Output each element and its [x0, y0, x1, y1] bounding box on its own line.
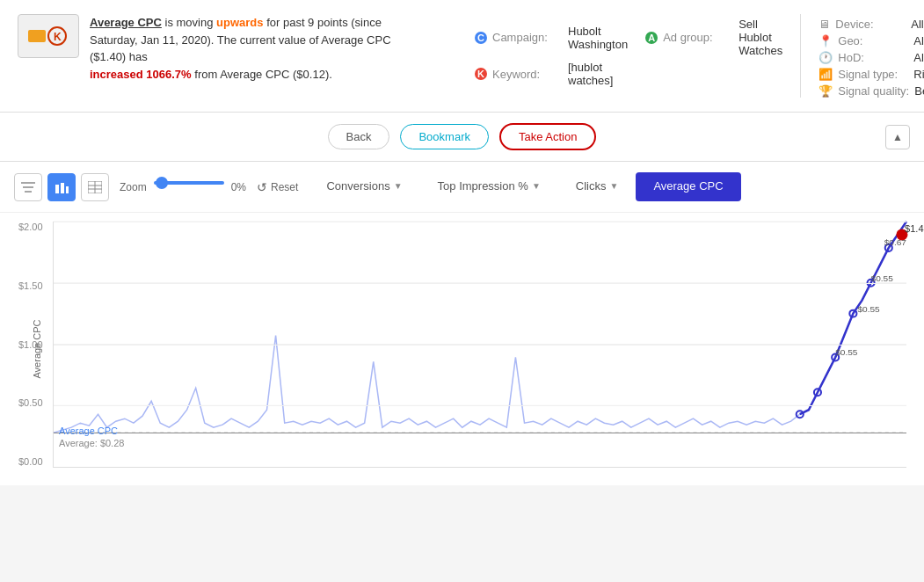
avg-line-label: Average CPC [59, 426, 118, 436]
alert-text-part1: is moving [165, 16, 217, 29]
geo-label: Geo: [838, 34, 908, 47]
alert-direction: upwards [216, 16, 263, 29]
signal-type-row: 📶 Signal type: Risk, 9 points trend [819, 68, 924, 81]
svg-rect-7 [61, 183, 64, 193]
actions-bar: Back Bookmark Take Action ▲ [0, 113, 924, 162]
back-button[interactable]: Back [328, 124, 390, 149]
clicks-label: Clicks [576, 179, 607, 193]
signal-quality-label: Signal quality: [838, 84, 909, 98]
reset-button[interactable]: ↺ Reset [257, 180, 298, 194]
tab-conversions[interactable]: Conversions ▼ [309, 172, 419, 201]
svg-rect-8 [66, 186, 69, 193]
zoom-label: Zoom [120, 181, 147, 193]
adgroup-value: Sell Hublot Watches [738, 18, 782, 57]
table-view-button[interactable] [81, 173, 109, 201]
tab-top-impression[interactable]: Top Impression % ▼ [420, 172, 558, 201]
top-impression-arrow-icon: ▼ [532, 181, 541, 191]
y-label-000: $0.00 [18, 456, 43, 467]
bar-chart-icon [55, 181, 69, 193]
zoom-slider-track[interactable] [154, 181, 224, 193]
hod-value: All [913, 51, 924, 64]
signal-type-label: Signal type: [838, 68, 908, 81]
y-label-200: $2.00 [18, 222, 43, 232]
geo-value: All [913, 34, 924, 47]
hod-row: 🕐 HoD: All [819, 51, 924, 64]
tab-average-cpc[interactable]: Average CPC [636, 172, 740, 201]
signal-quality-icon: 🏆 [819, 84, 833, 98]
logo-area: K [18, 14, 79, 58]
grid-line-25 [54, 405, 906, 406]
alert-box: K Average CPC is moving upwards for past… [18, 14, 422, 98]
conversions-label: Conversions [326, 179, 389, 193]
y-label-050: $0.50 [18, 397, 43, 408]
campaign-info: C Campaign: Hubolt Washington A Ad group… [475, 14, 782, 98]
chevron-up-icon: ▲ [892, 131, 903, 143]
signal-type-value: Risk, 9 points trend [913, 68, 924, 81]
main-chart-line [54, 222, 906, 433]
label-055a: $0.55 [871, 273, 894, 283]
average-cpc-label: Average CPC [653, 179, 723, 193]
zoom-thumb [156, 177, 168, 189]
grid-line-75 [54, 283, 906, 284]
keyword-value: [hublot watches] [568, 61, 628, 87]
alert-increase: increased 1066.7% [90, 68, 192, 81]
take-action-button[interactable]: Take Action [499, 123, 597, 150]
bar-chart-view-button[interactable] [47, 173, 76, 201]
chart-container: $2.00 $1.50 $1.00 $0.50 $0.00 [53, 222, 906, 468]
alert-metric-name: Average CPC [90, 16, 162, 29]
campaign-icon: C [475, 32, 487, 44]
signal-type-icon: 📶 [819, 68, 833, 81]
svg-text:K: K [54, 31, 62, 43]
top-impression-label: Top Impression % [438, 179, 528, 193]
metric-tabs: Conversions ▼ Top Impression % ▼ Clicks … [309, 172, 910, 201]
right-info: 🖥 Device: All 📍 Geo: All 🕐 HoD: All 📶 Si… [800, 14, 924, 98]
y-axis: $2.00 $1.50 $1.00 $0.50 $0.00 [18, 222, 47, 467]
adgroup-label: Ad group: [663, 31, 733, 44]
filter-icon-button[interactable] [14, 173, 42, 201]
campaign-label: Campaign: [492, 31, 563, 44]
collapse-button[interactable]: ▲ [885, 125, 910, 149]
bookmark-button[interactable]: Bookmark [400, 124, 489, 149]
label-067: $0.67 [884, 237, 907, 247]
chart-toolbar: Zoom 0% ↺ Reset Conversions ▼ Top Impres… [0, 162, 924, 213]
chart-section: Zoom 0% ↺ Reset Conversions ▼ Top Impres… [0, 162, 924, 485]
tab-clicks[interactable]: Clicks ▼ [558, 172, 637, 201]
filter-icon [21, 181, 35, 193]
grid-line-top [54, 222, 906, 222]
zoom-value: 0% [231, 181, 246, 193]
keyword-icon: K [475, 68, 487, 80]
avg-line [54, 433, 906, 433]
signal-quality-value: Best [914, 84, 924, 98]
device-icon: 🖥 [819, 18, 830, 31]
reset-icon: ↺ [257, 180, 267, 194]
reset-label: Reset [271, 181, 298, 193]
avg-value-label: Average: $0.28 [59, 438, 124, 448]
keyword-row: K Keyword: [hublot watches] [475, 61, 628, 87]
device-row: 🖥 Device: All [819, 18, 924, 31]
label-14: $1.4 [905, 223, 924, 234]
y-label-150: $1.50 [18, 280, 43, 291]
geo-icon: 📍 [819, 34, 833, 47]
keyword-label: Keyword: [492, 68, 563, 81]
zoom-control: Zoom 0% [120, 181, 246, 193]
logo-icon: K [26, 23, 70, 49]
campaign-value: Hubolt Washington [568, 25, 628, 51]
alert-text: Average CPC is moving upwards for past 9… [90, 14, 422, 83]
svg-rect-6 [55, 185, 59, 193]
svg-rect-0 [28, 30, 46, 42]
campaign-row: C Campaign: Hubolt Washington [475, 18, 628, 57]
alert-suffix: from Average CPC ($0.12). [194, 68, 332, 81]
hod-label: HoD: [838, 51, 908, 64]
y-label-100: $1.00 [18, 339, 43, 350]
device-value: All [911, 18, 923, 31]
adgroup-icon: A [645, 32, 658, 44]
label-055c: $0.55 [835, 348, 858, 358]
device-label: Device: [835, 18, 906, 31]
label-055b: $0.55 [857, 304, 880, 314]
clicks-arrow-icon: ▼ [609, 181, 618, 191]
table-icon [88, 181, 102, 193]
signal-quality-row: 🏆 Signal quality: Best [819, 84, 924, 98]
top-panel: K Average CPC is moving upwards for past… [0, 0, 924, 113]
hod-icon: 🕐 [819, 51, 833, 64]
view-icons [14, 173, 109, 201]
